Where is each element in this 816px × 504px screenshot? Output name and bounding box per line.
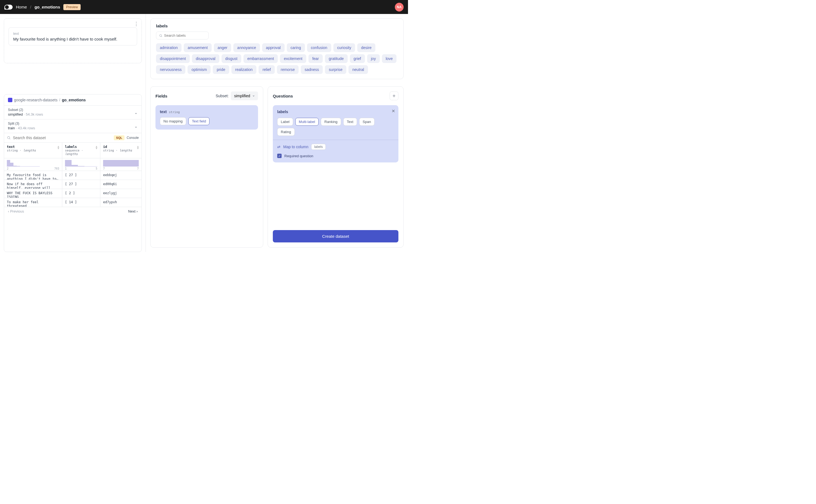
split-rows: 43.4k rows (18, 126, 35, 130)
close-icon[interactable]: ✕ (392, 108, 395, 114)
label-chip[interactable]: fear (309, 54, 323, 63)
label-chip[interactable]: nervousness (156, 65, 185, 74)
subset-select[interactable]: simplified (231, 91, 258, 100)
swap-icon: ⇄ (277, 145, 281, 149)
next-button[interactable]: Next › (128, 209, 138, 213)
table-row[interactable]: My favourite food is anything I didn't h… (4, 171, 141, 180)
subset-selector[interactable]: Subset (2) simplified · 54.3k rows ⌄ (4, 105, 141, 119)
label-chip[interactable]: realization (232, 65, 257, 74)
subset-rows: 54.3k rows (26, 112, 43, 116)
question-type-chip[interactable]: Span (359, 118, 375, 126)
preview-badge: Preview (63, 4, 81, 10)
field-type: string (169, 110, 180, 114)
label-chip[interactable]: approval (262, 43, 285, 52)
label-chip[interactable]: caring (287, 43, 305, 52)
label-chip[interactable]: love (382, 54, 397, 63)
svg-line-1 (10, 139, 10, 139)
column-header-text[interactable]: text string · lengths ▲▼ (4, 143, 62, 158)
labels-panel: labels admirationamusementangerannoyance… (150, 18, 404, 79)
question-type-chip[interactable]: Label (277, 118, 293, 126)
questions-panel: Questions ✕ labels LabelMulti-labelRanki… (268, 86, 404, 248)
text-field-content: My favourite food is anything I didn't h… (13, 37, 132, 41)
table-row[interactable]: Now if he does off himself, everyone wil… (4, 180, 141, 189)
search-labels-input-wrap[interactable] (156, 31, 209, 39)
field-options: No mappingText field (160, 117, 254, 125)
svg-point-0 (7, 136, 10, 139)
question-card-labels: ✕ labels LabelMulti-labelRankingTextSpan… (273, 105, 398, 162)
text-field-label: text (13, 31, 132, 36)
logo-icon[interactable] (4, 5, 13, 10)
chevron-down-icon: ⌄ (134, 110, 138, 115)
subset-label: Subset (2) (8, 108, 138, 112)
label-chip[interactable]: optimism (187, 65, 211, 74)
search-icon (7, 136, 11, 140)
create-dataset-button[interactable]: Create dataset (273, 230, 398, 242)
question-options: LabelMulti-labelRankingTextSpanRating (277, 118, 394, 136)
column-header-labels[interactable]: labels sequence · lengths ▲▼ (62, 143, 100, 158)
more-menu-icon[interactable]: ⋮ (134, 21, 139, 27)
fields-panel: Fields Subset: simplified text string (150, 86, 263, 248)
subset-label: Subset: (216, 94, 229, 98)
console-button[interactable]: Console (127, 136, 139, 140)
label-chip[interactable]: gratitude (325, 54, 347, 63)
text-field-preview: text My favourite food is anything I did… (8, 27, 137, 45)
question-type-chip[interactable]: Rating (277, 128, 295, 136)
svg-line-3 (161, 36, 162, 37)
add-question-button[interactable] (390, 91, 398, 100)
field-option-chip[interactable]: Text field (188, 117, 210, 125)
label-chip[interactable]: sadness (301, 65, 323, 74)
label-chip[interactable]: disapproval (192, 54, 220, 63)
plus-icon (392, 94, 396, 98)
label-chip[interactable]: amusement (184, 43, 212, 52)
sort-icon[interactable]: ▲▼ (136, 145, 139, 149)
label-chip[interactable]: grief (350, 54, 365, 63)
field-option-chip[interactable]: No mapping (160, 117, 186, 125)
user-avatar[interactable]: NA (395, 3, 404, 12)
label-chip[interactable]: joy (367, 54, 380, 63)
label-chip[interactable]: curiosity (333, 43, 355, 52)
label-chip[interactable]: disappointment (156, 54, 190, 63)
labels-title: labels (156, 24, 398, 28)
split-selector[interactable]: Split (3) train · 43.4k rows ⌄ (4, 119, 141, 133)
dataset-org[interactable]: google-research-datasets (14, 98, 58, 102)
sort-icon[interactable]: ▲▼ (57, 145, 60, 149)
question-title: labels (277, 110, 394, 114)
label-chip[interactable]: disgust (222, 54, 241, 63)
table-row[interactable]: To make her feel threatened [ 14 ] ed7yp… (4, 198, 141, 207)
question-type-chip[interactable]: Text (343, 118, 357, 126)
dataset-icon (8, 98, 12, 102)
dataset-name[interactable]: go_emotions (62, 98, 86, 102)
label-chip[interactable]: relief (259, 65, 275, 74)
label-chip[interactable]: embarrassment (244, 54, 278, 63)
table-row[interactable]: WHY THE FUCK IS BAYLESS ISOING [ 2 ] eez… (4, 189, 141, 198)
dataset-slash: / (59, 98, 60, 102)
label-chip[interactable]: neutral (349, 65, 368, 74)
map-to-column-label[interactable]: Map to column (283, 145, 309, 149)
dataset-search-input[interactable] (13, 136, 112, 140)
column-histogram: 2703 (4, 158, 62, 171)
search-icon (159, 34, 162, 38)
previous-button[interactable]: ‹ Previous (8, 209, 24, 213)
map-column-chip[interactable]: labels (311, 144, 326, 150)
label-chip[interactable]: remorse (277, 65, 299, 74)
chevron-down-icon: ⌄ (134, 124, 138, 128)
label-chip[interactable]: surprise (325, 65, 346, 74)
svg-point-2 (159, 34, 161, 36)
breadcrumb-name: go_emotions (35, 5, 60, 9)
column-histogram: 77 (100, 158, 141, 171)
label-chip[interactable]: confusion (307, 43, 331, 52)
label-chip[interactable]: anger (214, 43, 232, 52)
sort-icon[interactable]: ▲▼ (95, 145, 98, 149)
fields-title: Fields (155, 94, 167, 98)
home-link[interactable]: Home (16, 5, 27, 9)
search-labels-input[interactable] (164, 33, 206, 38)
required-checkbox[interactable]: ✓ (277, 154, 282, 158)
label-chip[interactable]: annoyance (233, 43, 260, 52)
label-chip[interactable]: excitement (280, 54, 306, 63)
label-chip[interactable]: desire (357, 43, 375, 52)
question-type-chip[interactable]: Ranking (321, 118, 341, 126)
column-header-id[interactable]: id string · lengths ▲▼ (100, 143, 141, 158)
label-chip[interactable]: pride (213, 65, 229, 74)
question-type-chip[interactable]: Multi-label (295, 118, 319, 126)
label-chip[interactable]: admiration (156, 43, 181, 52)
